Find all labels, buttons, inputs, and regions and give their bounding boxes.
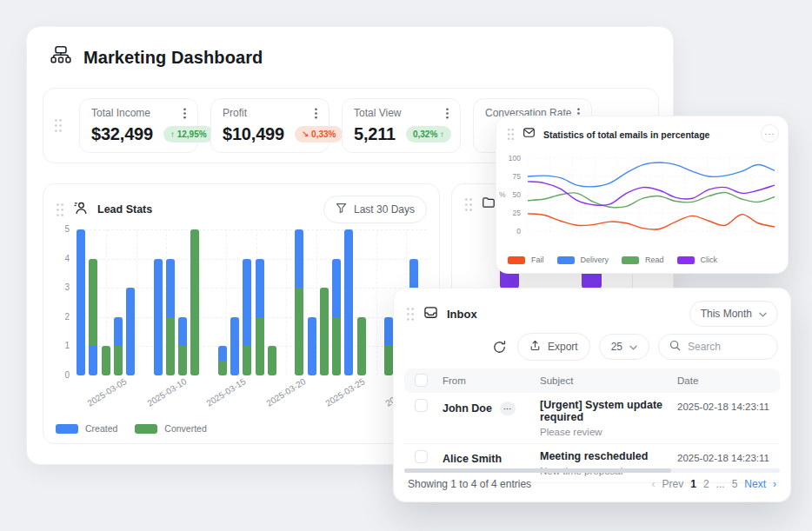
legend-item: Read [622, 256, 664, 264]
bar-segment-created [256, 259, 264, 317]
legend-label: Read [645, 256, 664, 264]
page-title: Marketing Dashboard [83, 48, 263, 68]
stat-card-total-income: Total Income $32,499 ↑ 12,95% [79, 98, 198, 153]
date-cell: 2025-02-18 14:23:11 [677, 399, 780, 412]
stat-label: Total Income [91, 107, 150, 119]
legend-chip [508, 256, 525, 264]
refresh-button[interactable] [490, 338, 509, 356]
y-axis-tick: 25 [502, 209, 521, 217]
drag-handle-icon[interactable] [406, 307, 415, 322]
legend-chip [135, 424, 157, 434]
pagination-item-1[interactable]: 1 [690, 478, 696, 490]
bar-segment-converted [320, 288, 329, 375]
bar-segment-created [332, 259, 341, 317]
legend-label: Created [85, 423, 117, 434]
page-size-value: 25 [611, 341, 622, 353]
sender-name: Alice Smith [443, 453, 502, 465]
legend-chip [56, 424, 78, 434]
x-axis-label: 2025-03-10 [137, 372, 196, 413]
legend-item: Click [677, 256, 718, 264]
x-axis-label: 2025-03-25 [316, 372, 375, 413]
bar-segment-converted [384, 346, 393, 375]
bar-segment-converted [295, 288, 303, 375]
horizontal-scrollbar[interactable] [404, 468, 780, 473]
y-axis-tick: 3 [56, 282, 70, 292]
stat-label: Total View [354, 107, 401, 119]
row-more-badge[interactable]: ··· [500, 402, 516, 415]
legend-chip [557, 256, 575, 264]
pagination-item-2[interactable]: 2 [703, 478, 709, 490]
x-axis-label: 2025-03-20 [256, 372, 315, 413]
pagination-item-...: ... [716, 478, 725, 490]
table-row[interactable]: John Doe···[Urgent] System update requir… [404, 393, 780, 444]
bar-segment-created [154, 259, 163, 375]
row-checkbox[interactable] [415, 450, 428, 463]
email-chart-y-unit: % [499, 190, 506, 199]
trend-badge: ↘ 0,33% [295, 126, 343, 143]
gridline [136, 229, 137, 375]
email-statistics-title: Statistics of total emails in percentage [543, 129, 709, 140]
drag-handle-icon[interactable] [507, 128, 515, 141]
table-header-row: From Subject Date [404, 368, 780, 393]
legend-item: Converted [135, 423, 206, 434]
y-axis-tick: 1 [56, 341, 70, 350]
chevron-down-icon [629, 341, 637, 353]
inbox-card: Inbox This Month Export 25 [393, 288, 791, 502]
drag-handle-icon[interactable] [54, 118, 63, 133]
kebab-menu-icon[interactable] [183, 108, 186, 119]
search-box[interactable] [658, 334, 778, 360]
y-axis-tick: 4 [56, 254, 70, 263]
column-header-date: Date [677, 375, 780, 386]
line-series-delivery [528, 163, 775, 187]
scrollbar-thumb[interactable] [404, 468, 671, 473]
bar-segment-created [243, 259, 251, 347]
y-axis-tick: 2 [56, 312, 70, 322]
bar-segment-converted [218, 361, 227, 375]
gridline [286, 229, 287, 375]
more-menu-button[interactable]: ··· [761, 124, 779, 143]
legend-chip [677, 256, 695, 264]
email-statistics-card: Statistics of total emails in percentage… [496, 116, 789, 274]
kebab-menu-icon[interactable] [446, 108, 449, 119]
gridline [376, 229, 377, 375]
period-dropdown[interactable]: This Month [689, 301, 778, 327]
trend-badge: 0,32% ↑ [406, 126, 451, 143]
stat-label: Profit [223, 107, 247, 119]
gridline [316, 229, 317, 375]
subject-cell: [Urgent] System update requiredPlease re… [540, 399, 677, 437]
pagination: ‹Prev12...5Next› [652, 478, 776, 490]
pagination-item-prev[interactable]: Prev [662, 478, 684, 490]
legend-item: Delivery [557, 256, 609, 264]
bar-segment-converted [166, 317, 175, 375]
bar-segment-converted [332, 317, 341, 375]
page-size-dropdown[interactable]: 25 [599, 334, 649, 360]
bar-segment-converted [190, 229, 199, 375]
export-button[interactable]: Export [517, 333, 590, 361]
subject-text: Meeting rescheduled [540, 450, 677, 462]
select-all-checkbox[interactable] [415, 374, 428, 387]
bar-segment-created [344, 229, 353, 375]
bar-segment-created [295, 229, 303, 288]
from-cell: John Doe··· [443, 399, 540, 415]
bar-segment-created [126, 288, 135, 375]
row-checkbox[interactable] [415, 399, 428, 412]
legend-label: Delivery [581, 256, 609, 264]
x-axis-label: 2025-03-15 [197, 372, 256, 413]
inbox-icon [423, 305, 438, 323]
lead-stats-panel: Lead Stats Last 30 Days 5432102025-03-05… [43, 183, 440, 444]
search-input[interactable] [688, 341, 766, 353]
pagination-item-‹[interactable]: ‹ [652, 478, 656, 490]
pagination-item-›[interactable]: › [773, 478, 776, 490]
kebab-menu-icon[interactable] [315, 108, 317, 119]
chevron-down-icon [759, 308, 767, 320]
stat-value: 5,211 [354, 124, 396, 144]
app-header: Marketing Dashboard [27, 27, 673, 70]
drag-handle-icon[interactable] [464, 197, 473, 212]
stat-value: $10,499 [223, 124, 284, 144]
from-cell: Alice Smith [443, 450, 540, 465]
email-chart-legend: FailDeliveryReadClick [508, 256, 717, 264]
pagination-item-next[interactable]: Next [744, 478, 766, 490]
date-cell: 2025-02-18 14:23:11 [677, 450, 780, 463]
pagination-item-5[interactable]: 5 [732, 478, 738, 490]
stat-card-profit: Profit $10,499 ↘ 0,33% [210, 98, 329, 153]
